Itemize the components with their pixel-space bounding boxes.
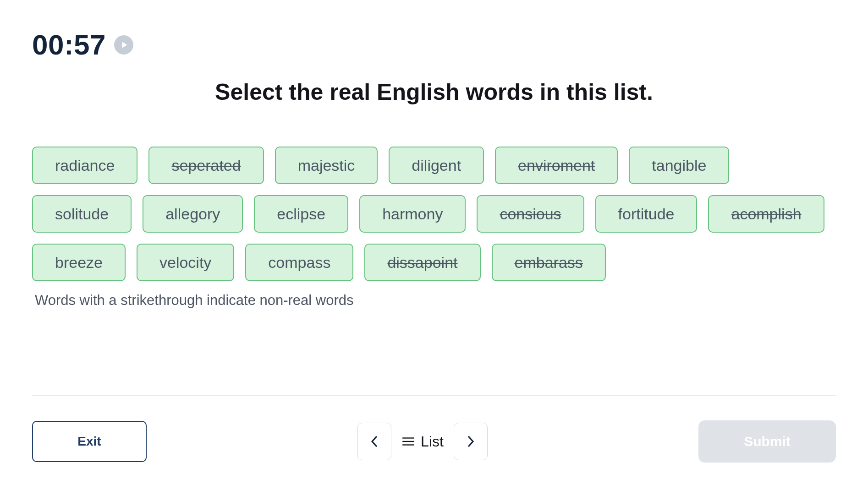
list-icon: [401, 436, 415, 447]
word-chip[interactable]: diligent: [389, 147, 484, 184]
chevron-left-icon: [369, 435, 379, 448]
word-chip[interactable]: dissapoint: [364, 244, 480, 281]
exit-button[interactable]: Exit: [32, 421, 147, 462]
word-chip[interactable]: fortitude: [595, 195, 698, 233]
word-chip[interactable]: radiance: [32, 147, 137, 184]
word-chip[interactable]: breeze: [32, 244, 126, 281]
chevron-right-icon: [466, 435, 476, 448]
word-chip[interactable]: majestic: [275, 147, 378, 184]
nav-group: List: [357, 423, 488, 460]
word-chip[interactable]: seperated: [148, 147, 264, 184]
word-chip[interactable]: harmony: [359, 195, 466, 233]
play-icon[interactable]: [114, 35, 133, 54]
list-label-text: List: [421, 433, 444, 450]
word-chip[interactable]: embarass: [492, 244, 606, 281]
word-chip[interactable]: velocity: [137, 244, 234, 281]
word-chip[interactable]: solitude: [32, 195, 132, 233]
word-chip[interactable]: consious: [477, 195, 584, 233]
word-chip[interactable]: tangible: [629, 147, 729, 184]
prev-button[interactable]: [357, 423, 391, 460]
word-chip[interactable]: acomplish: [708, 195, 824, 233]
timer-row: 00:57: [32, 28, 133, 61]
strikethrough-hint: Words with a strikethrough indicate non-…: [35, 292, 354, 309]
page-title: Select the real English words in this li…: [0, 79, 868, 105]
word-chip[interactable]: eclipse: [254, 195, 348, 233]
word-chip[interactable]: allegory: [143, 195, 243, 233]
submit-button[interactable]: Submit: [698, 420, 836, 463]
next-button[interactable]: [454, 423, 488, 460]
footer: Exit List Submit: [32, 395, 836, 463]
words-grid: radianceseperatedmajesticdiligentenvirom…: [32, 147, 836, 309]
timer-display: 00:57: [32, 28, 106, 61]
word-chip[interactable]: compass: [245, 244, 353, 281]
word-chip[interactable]: enviroment: [495, 147, 618, 184]
list-button[interactable]: List: [401, 433, 444, 450]
